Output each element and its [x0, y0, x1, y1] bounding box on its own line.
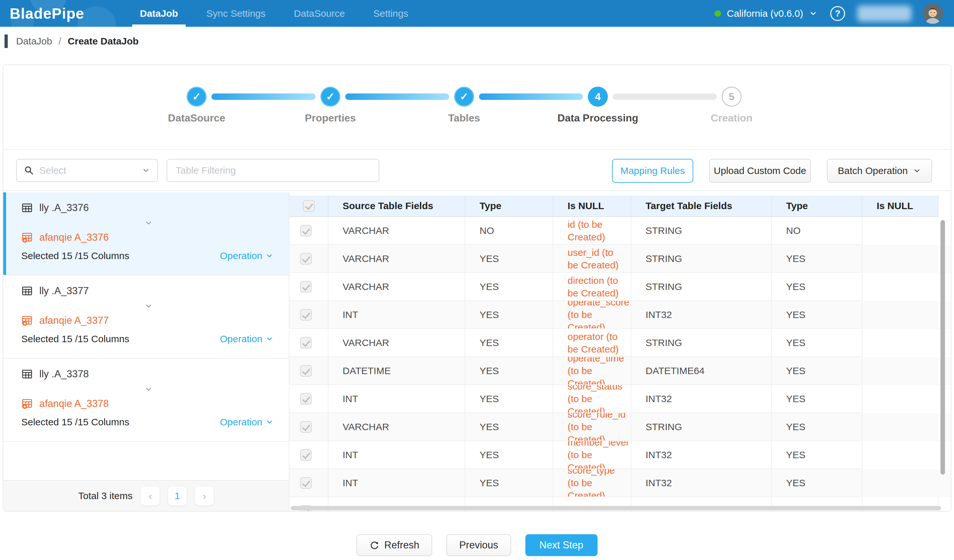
source-type-cell: INT — [329, 441, 465, 469]
chevron-down-icon[interactable] — [21, 302, 276, 310]
stepper: ✓DataSource✓Properties✓Tables4Data Proce… — [3, 65, 951, 150]
step-circle-datasource[interactable]: ✓ — [187, 87, 207, 107]
header-source-isnull: Is NULL — [553, 196, 631, 217]
batch-chevron-down-icon — [913, 166, 921, 175]
next-step-button[interactable]: Next Step — [525, 534, 597, 556]
operation-link[interactable]: Operation — [220, 417, 273, 428]
header-source-fields: Source Table Fields — [329, 196, 465, 217]
source-type-cell: INT — [329, 301, 465, 329]
table-select-dropdown[interactable]: Select — [16, 159, 158, 182]
chevron-down-icon[interactable] — [21, 219, 276, 227]
header-target-isnull: Is NULL — [862, 196, 938, 217]
step-circle-tables[interactable]: ✓ — [454, 87, 474, 107]
target-field-cell: operator (to be Created) — [553, 329, 631, 357]
row-checkbox[interactable] — [300, 477, 312, 489]
row-checkbox[interactable] — [300, 309, 312, 320]
step-label-creation: Creation — [711, 112, 753, 124]
avatar[interactable] — [923, 3, 943, 24]
row-checkbox-cell — [290, 413, 329, 441]
select-all-checkbox[interactable] — [303, 200, 315, 212]
breadcrumb: DataJob / Create DataJob — [0, 27, 954, 56]
step-circle-creation: 5 — [722, 87, 742, 107]
operation-chevron-down-icon — [266, 252, 273, 260]
upload-custom-code-button[interactable]: Upload Custom Code — [709, 159, 811, 183]
step-label-data-processing: Data Processing — [558, 112, 639, 124]
region-chevron-down-icon[interactable] — [809, 9, 817, 18]
row-checkbox[interactable] — [300, 449, 312, 461]
refresh-button[interactable]: Refresh — [357, 534, 432, 556]
toolbar: Select Mapping Rules Upload Custom Code … — [3, 150, 951, 191]
target-table-row: afanqie A_3376 — [21, 232, 276, 243]
source-type-cell: VARCHAR — [329, 217, 465, 245]
target-type-cell: DATETIME64 — [631, 357, 772, 385]
nav-item-datajob[interactable]: DataJob — [126, 0, 192, 27]
mapping-direction-row — [21, 385, 276, 394]
breadcrumb-separator: / — [59, 36, 61, 47]
operation-chevron-down-icon — [266, 335, 273, 343]
vertical-scrollbar[interactable] — [940, 220, 945, 474]
row-checkbox[interactable] — [300, 253, 312, 264]
nav-item-datasource[interactable]: DataSource — [280, 0, 359, 27]
refresh-icon — [369, 540, 380, 550]
source-type-cell: VARCHAR — [329, 413, 465, 441]
field-table-header: Source Table Fields Type Is NULL Target … — [290, 196, 951, 217]
app-logo[interactable]: BladePipe — [10, 5, 116, 22]
mapping-rules-button[interactable]: Mapping Rules — [612, 159, 693, 183]
table-mapping-card-1[interactable]: lly .A_3376afanqie A_3376Selected 15 /15… — [3, 192, 289, 275]
horizontal-scrollbar[interactable] — [291, 506, 941, 510]
row-checkbox[interactable] — [300, 225, 312, 236]
nav-item-settings[interactable]: Settings — [359, 0, 422, 27]
row-checkbox[interactable] — [300, 281, 312, 292]
step-label-tables: Tables — [448, 112, 480, 124]
field-row-8: VARCHARYESscore_rule_id (to be Created)S… — [290, 413, 951, 441]
source-table-row: lly .A_3378 — [21, 368, 276, 380]
target-isnull-cell: YES — [772, 385, 862, 413]
row-checkbox[interactable] — [300, 421, 312, 433]
refresh-label: Refresh — [384, 540, 419, 551]
row-checkbox[interactable] — [300, 393, 312, 405]
table-mapping-card-2[interactable]: lly .A_3377afanqie A_3377Selected 15 /15… — [3, 275, 289, 359]
next-page-button[interactable]: › — [195, 487, 214, 505]
target-table-row: afanqie A_3378 — [21, 398, 276, 409]
row-checkbox-cell — [290, 329, 329, 357]
operation-label: Operation — [220, 250, 262, 261]
target-field-cell: operate_score (to be Created) — [553, 301, 631, 329]
step-circle-data-processing[interactable]: 4 — [588, 87, 608, 107]
row-checkbox[interactable] — [300, 365, 312, 376]
source-isnull-cell: YES — [465, 385, 553, 413]
field-row-10: INTYESscore_type (to be Created)INT32YES — [290, 469, 951, 497]
target-field-cell: id (to be Created) — [553, 217, 631, 245]
source-isnull-cell: YES — [465, 413, 553, 441]
target-type-cell: STRING — [631, 413, 772, 441]
field-row-5: VARCHARYESoperator (to be Created)STRING… — [290, 329, 951, 357]
nav-item-sync-settings[interactable]: Sync Settings — [192, 0, 279, 27]
batch-operation-button[interactable]: Batch Operation — [827, 159, 932, 183]
step-connector-4 — [613, 93, 717, 100]
breadcrumb-parent[interactable]: DataJob — [16, 36, 52, 47]
current-page-button[interactable]: 1 — [168, 487, 187, 505]
header-target-type: Type — [772, 196, 862, 217]
total-items-label: Total 3 items — [78, 490, 132, 501]
content-area: lly .A_3376afanqie A_3376Selected 15 /15… — [3, 192, 951, 511]
help-icon[interactable]: ? — [830, 6, 845, 21]
batch-operation-label: Batch Operation — [838, 165, 908, 176]
previous-button[interactable]: Previous — [446, 534, 511, 556]
prev-page-button[interactable]: ‹ — [141, 487, 159, 505]
row-checkbox-cell — [290, 301, 329, 329]
table-filter-input[interactable] — [167, 159, 379, 182]
step-circle-properties[interactable]: ✓ — [320, 87, 340, 107]
operation-link[interactable]: Operation — [220, 333, 273, 344]
target-isnull-cell: YES — [772, 441, 862, 469]
search-icon — [24, 165, 34, 176]
step-label-datasource: DataSource — [168, 112, 225, 124]
chevron-down-icon[interactable] — [21, 385, 276, 394]
source-isnull-cell: YES — [465, 357, 553, 385]
target-type-cell: INT32 — [631, 469, 772, 497]
table-mapping-card-3[interactable]: lly .A_3378afanqie A_3378Selected 15 /15… — [3, 359, 289, 442]
table-icon — [21, 285, 33, 297]
target-isnull-cell: NO — [772, 217, 862, 245]
operation-link[interactable]: Operation — [220, 250, 273, 261]
row-checkbox[interactable] — [300, 337, 312, 348]
source-type-cell: INT — [329, 385, 465, 413]
target-isnull-cell: YES — [772, 469, 862, 497]
